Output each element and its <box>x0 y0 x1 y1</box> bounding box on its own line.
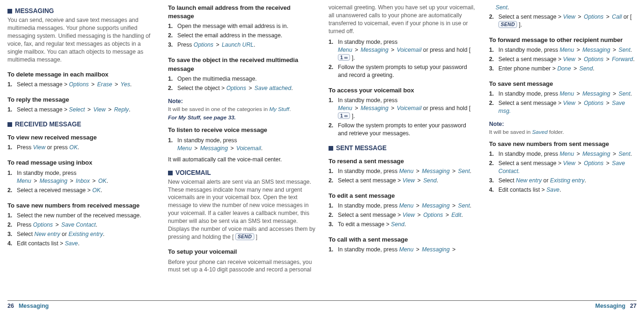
send-key-icon: SEND <box>235 233 254 240</box>
list-item: 1. In standby mode, press Menu > Messagi… <box>329 202 476 210</box>
messaging-intro: You can send, receive and save text mess… <box>7 16 155 64</box>
list-item: 2. Select a sent message > View > Option… <box>329 211 476 219</box>
list-item: 2. Select a sent message > View > Option… <box>489 13 637 29</box>
subheading: To forward message to other recipient nu… <box>489 36 637 44</box>
cross-reference: For My Stuff, see page 33. <box>168 114 315 121</box>
page-footer: 26 Messaging Messaging 27 <box>7 300 637 310</box>
list-item: 2.Select the email address in the messag… <box>168 32 315 40</box>
footer-label-left: Messaging <box>19 302 49 310</box>
list-item: 1. In standby mode, press Menu > Messagi… <box>329 246 476 254</box>
page-number-right: 27 <box>630 302 637 310</box>
section-heading-text: MESSAGING <box>15 7 54 15</box>
column-3: voicemail greeting. When you have set up… <box>329 4 476 298</box>
subheading: To save the object in the received multi… <box>168 56 315 73</box>
list-item: 1. In standby mode, press Menu > Messagi… <box>489 46 637 54</box>
setup-vm-cont: voicemail greeting. When you have set up… <box>329 4 476 35</box>
footer-right: Messaging 27 <box>595 302 637 310</box>
note-label: Note: <box>168 97 315 105</box>
list-item: 2. Select a sent message > View > Option… <box>489 55 637 63</box>
send-key-icon: SEND <box>498 21 517 28</box>
list-item: 1.Select the new number of the received … <box>7 212 155 220</box>
list-item: 2. Press Options > Save Contact. <box>7 221 155 229</box>
note-body: It will be saved in one of the categorie… <box>168 105 315 113</box>
list-item: 1.Open the message with email address is… <box>168 22 315 30</box>
list-item: 2. Select the object > Options > Save at… <box>168 84 315 92</box>
section-heading-received: RECEIVED MESSAGE <box>7 120 155 129</box>
subheading: To call with a sent message <box>329 236 476 244</box>
one-key-icon: 1 ∞ <box>338 54 350 61</box>
list-item: Sent. <box>496 4 637 12</box>
subheading: To save new numbers from sent message <box>489 140 637 148</box>
list-item: 1. In standby mode, press Menu > Messagi… <box>489 90 637 98</box>
list-item: 4. Edit contacts list > Save. <box>489 186 637 194</box>
setup-vm-intro: Before your phone can receive voicemail … <box>168 258 315 274</box>
list-item: 2. Select a sent message > View > Option… <box>489 99 637 115</box>
list-item: 1. In standby mode, press Menu > Messagi… <box>329 97 476 120</box>
square-bullet-icon <box>7 122 12 127</box>
square-bullet-icon <box>7 9 12 14</box>
list-item: 3. To edit a message > Send. <box>329 221 476 229</box>
note-body: It will be saved in Saved folder. <box>489 128 637 136</box>
list-item: 1. In standby mode, press Menu > Messagi… <box>329 167 476 175</box>
subheading: To save sent message <box>489 80 637 88</box>
list-item: 2. Select a sent message > View > Send. <box>329 177 476 185</box>
list-item: 3. Select New entry or Existing entry. <box>489 177 637 185</box>
list-item: 3. Select New entry or Existing entry. <box>7 230 155 238</box>
section-heading-voicemail: VOICEMAIL <box>168 168 315 177</box>
subheading: To save new numbers from received messag… <box>7 201 155 210</box>
one-key-icon: 1 ∞ <box>338 112 350 119</box>
list-item: 4. Edit contacts list > Save. <box>7 240 155 248</box>
column-2: To launch email address from the receive… <box>168 4 315 298</box>
list-item: 1. Press View or press OK. <box>7 144 155 152</box>
subheading: To delete message in each mailbox <box>7 70 155 79</box>
subheading: To reply the message <box>7 96 155 104</box>
list-item: 1.Open the multimedia message. <box>168 75 315 83</box>
list-item: 1. In standby mode, press Menu > Messagi… <box>329 38 476 62</box>
subheading: To read message using inbox <box>7 159 155 167</box>
steps-list: 1. Select a message > Options > Erase > … <box>7 81 155 90</box>
footer-label-right: Messaging <box>595 302 625 310</box>
square-bullet-icon <box>329 146 333 151</box>
list-item: 3. Enter phone number > Done > Send. <box>489 65 637 73</box>
list-item: 2.Follow the system prompts to enter you… <box>329 122 476 138</box>
list-item: 2.Follow the system prompts to setup you… <box>329 63 476 79</box>
list-item: 1. Select a message > Options > Erase > … <box>7 81 155 89</box>
footer-left: 26 Messaging <box>7 302 49 310</box>
square-bullet-icon <box>168 171 173 175</box>
subheading: To view new received message <box>7 133 155 142</box>
column-1: MESSAGING You can send, receive and save… <box>7 4 155 298</box>
note-label: Note: <box>489 120 637 128</box>
voicemail-intro: New voicemail alerts are sent via an SMS… <box>168 178 315 242</box>
list-item: 1. In standby mode, press Menu > Messagi… <box>489 150 637 158</box>
section-heading-sent: SENT MESSAGE <box>329 144 476 153</box>
list-item: 1. In standby mode, press Menu > Messagi… <box>7 169 155 185</box>
section-heading-messaging: MESSAGING <box>7 7 155 15</box>
paragraph: It will automatically call the voice-mai… <box>168 156 315 164</box>
subheading: To listen to receive voice message <box>168 126 315 134</box>
list-item: 2. Select a received message > OK. <box>7 187 155 194</box>
page-spread: MESSAGING You can send, receive and save… <box>7 4 637 298</box>
page-number-left: 26 <box>7 302 14 310</box>
list-item: 1. In standby mode, press Menu > Messagi… <box>168 137 315 153</box>
subheading: To edit a sent message <box>329 192 476 200</box>
subheading: To launch email address from the receive… <box>168 4 315 21</box>
list-item: 3. Press Options > Launch URL. <box>168 41 315 49</box>
list-item: 1. Select a message > Select > View > Re… <box>7 106 155 114</box>
subheading: To setup your voicemail <box>168 248 315 256</box>
list-item: 2. Select a sent message > View > Option… <box>489 159 637 175</box>
subheading: To resend a sent message <box>329 157 476 166</box>
subheading: To access your voicemail box <box>329 86 476 95</box>
column-4: Sent. 2. Select a sent message > View > … <box>489 4 637 298</box>
